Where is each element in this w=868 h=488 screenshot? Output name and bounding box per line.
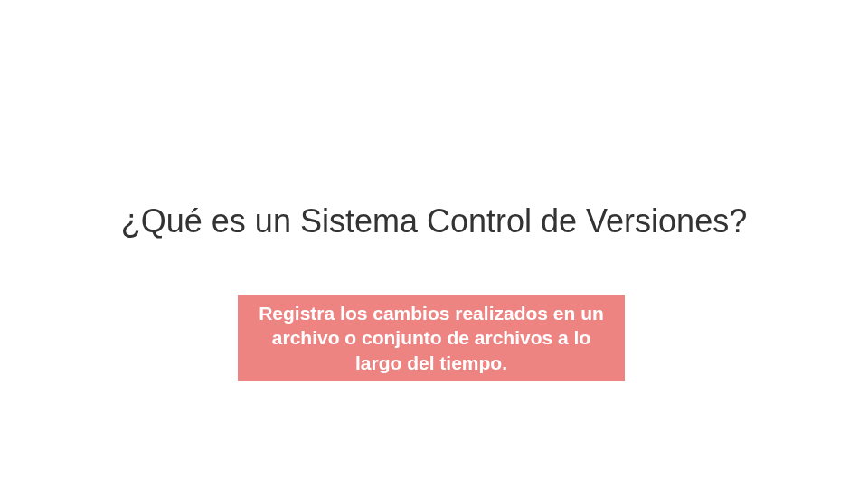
definition-box: Registra los cambios realizados en un ar… — [238, 295, 625, 381]
definition-text: Registra los cambios realizados en un ar… — [258, 301, 605, 375]
slide-title: ¿Qué es un Sistema Control de Versiones? — [0, 202, 868, 240]
